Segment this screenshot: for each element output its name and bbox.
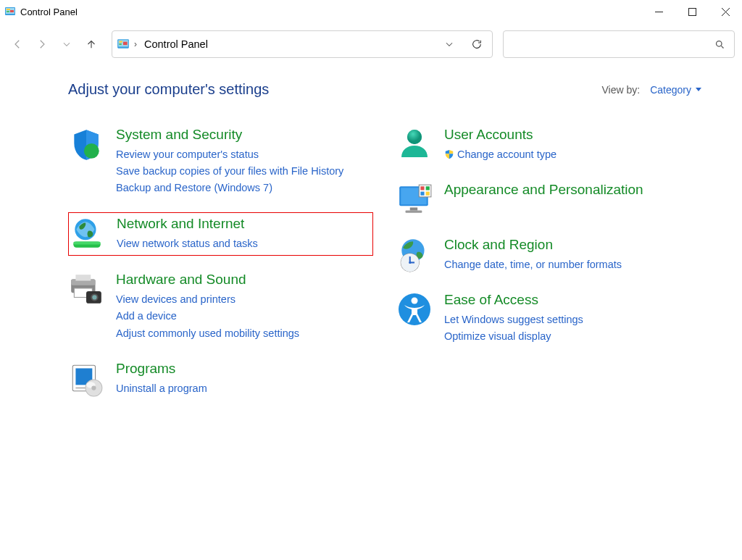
- close-button[interactable]: [709, 0, 742, 23]
- svg-line-15: [721, 46, 723, 48]
- devices-printers-link[interactable]: View devices and printers: [116, 291, 299, 308]
- svg-rect-41: [420, 186, 424, 190]
- globe-network-icon: [69, 216, 105, 252]
- appearance-link[interactable]: Appearance and Personalization: [444, 182, 643, 197]
- printer-camera-icon: [68, 272, 104, 308]
- svg-rect-39: [406, 211, 422, 213]
- content-area: Adjust your computer's settings View by:…: [0, 65, 742, 560]
- svg-point-52: [412, 298, 418, 304]
- svg-rect-43: [420, 192, 424, 196]
- network-internet-link[interactable]: Network and Internet: [117, 216, 244, 231]
- control-panel-icon: [4, 6, 16, 17]
- view-by-label: View by:: [602, 84, 641, 96]
- mobility-settings-link[interactable]: Adjust commonly used mobility settings: [116, 325, 299, 342]
- category-network-internet: Network and Internet View network status…: [68, 212, 373, 256]
- dropdown-caret-icon: [696, 88, 701, 91]
- shield-icon: [68, 127, 104, 163]
- ease-of-access-link[interactable]: Ease of Access: [444, 292, 538, 307]
- category-ease-of-access: Ease of Access Let Windows suggest setti…: [396, 289, 701, 348]
- minimize-button[interactable]: [642, 0, 675, 23]
- up-button[interactable]: [81, 34, 101, 54]
- breadcrumb-root[interactable]: Control Panel: [144, 38, 208, 50]
- breadcrumb-separator-icon[interactable]: ›: [134, 39, 137, 49]
- monitor-appearance-icon: [396, 182, 433, 218]
- back-button[interactable]: [7, 34, 28, 54]
- clock-region-link[interactable]: Clock and Region: [444, 237, 553, 252]
- category-user-accounts: User Accounts Change account type: [396, 124, 701, 166]
- change-account-type-link[interactable]: Change account type: [444, 146, 556, 163]
- category-system-security: System and Security Review your computer…: [68, 124, 373, 199]
- category-clock-region: Clock and Region Change date, time, or n…: [396, 234, 701, 276]
- hardware-sound-link[interactable]: Hardware and Sound: [116, 272, 246, 287]
- suggest-settings-link[interactable]: Let Windows suggest settings: [444, 312, 583, 328]
- address-history-button[interactable]: [438, 33, 460, 55]
- svg-rect-19: [73, 242, 101, 245]
- svg-point-26: [92, 296, 96, 300]
- system-security-link[interactable]: System and Security: [116, 127, 242, 142]
- category-programs: Programs Uninstall a program: [68, 358, 373, 400]
- clock-globe-icon: [396, 237, 433, 273]
- add-device-link[interactable]: Add a device: [116, 308, 299, 325]
- review-status-link[interactable]: Review your computer's status: [116, 146, 343, 163]
- user-accounts-link[interactable]: User Accounts: [444, 127, 533, 142]
- optimize-visual-link[interactable]: Optimize visual display: [444, 328, 583, 345]
- svg-rect-13: [123, 42, 128, 46]
- refresh-button[interactable]: [466, 33, 488, 55]
- page-heading: Adjust your computer's settings: [68, 81, 269, 98]
- svg-rect-6: [688, 8, 696, 15]
- svg-rect-2: [7, 9, 10, 10]
- svg-rect-11: [119, 41, 122, 43]
- recent-locations-button[interactable]: [57, 34, 77, 54]
- title-left: Control Panel: [4, 6, 78, 17]
- right-column: User Accounts Change account type: [396, 124, 701, 413]
- svg-rect-3: [7, 11, 9, 12]
- file-history-link[interactable]: Save backup copies of your files with Fi…: [116, 163, 343, 180]
- svg-point-16: [84, 143, 99, 159]
- control-panel-window: Control Panel: [0, 0, 742, 560]
- view-by-value: Category: [650, 84, 691, 96]
- heading-row: Adjust your computer's settings View by:…: [68, 81, 701, 98]
- left-column: System and Security Review your computer…: [68, 124, 373, 413]
- category-appearance: Appearance and Personalization: [396, 179, 701, 221]
- maximize-button[interactable]: [675, 0, 709, 23]
- programs-icon: [68, 361, 104, 397]
- svg-rect-12: [119, 43, 121, 45]
- titlebar: Control Panel: [0, 0, 742, 23]
- svg-point-33: [91, 385, 96, 390]
- svg-rect-38: [410, 207, 417, 210]
- programs-link[interactable]: Programs: [116, 361, 175, 376]
- forward-button[interactable]: [32, 34, 52, 54]
- accessibility-icon: [396, 292, 433, 328]
- backup-restore-link[interactable]: Backup and Restore (Windows 7): [116, 180, 343, 196]
- network-status-link[interactable]: View network status and tasks: [117, 235, 258, 252]
- svg-rect-44: [426, 192, 430, 196]
- control-panel-icon: [117, 38, 130, 51]
- svg-point-14: [717, 41, 722, 46]
- address-bar[interactable]: › Control Panel: [112, 30, 493, 58]
- search-icon: [714, 39, 725, 50]
- uac-shield-icon: [444, 149, 454, 159]
- svg-point-50: [409, 262, 411, 264]
- nav-row: › Control Panel: [0, 23, 742, 65]
- view-by-dropdown[interactable]: Category: [650, 84, 701, 96]
- category-hardware-sound: Hardware and Sound View devices and prin…: [68, 269, 373, 344]
- date-time-formats-link[interactable]: Change date, time, or number formats: [444, 256, 622, 273]
- user-icon: [396, 127, 433, 163]
- uninstall-program-link[interactable]: Uninstall a program: [116, 380, 207, 397]
- svg-point-35: [407, 130, 422, 144]
- svg-rect-22: [75, 275, 91, 281]
- svg-rect-42: [426, 186, 430, 190]
- svg-rect-4: [10, 10, 14, 12]
- search-input[interactable]: [503, 30, 735, 58]
- window-title: Control Panel: [20, 7, 78, 17]
